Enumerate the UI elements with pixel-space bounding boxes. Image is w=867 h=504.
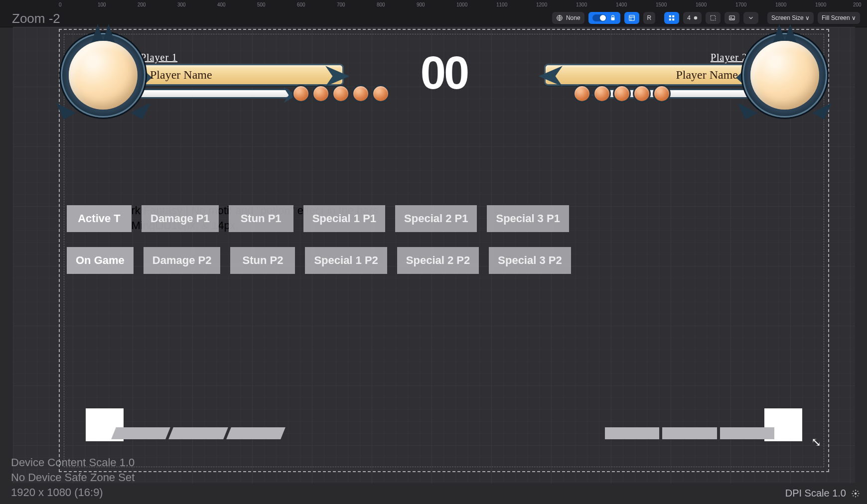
debug-row-1: Active T Damage P1 Stun P1 Special 1 P1 … [67, 205, 571, 232]
player1-health-bar: Player Name [132, 64, 344, 86]
ruler-horizontal: 0 100 200 300 400 500 600 700 800 900 10… [0, 1, 867, 10]
zoom-level-label: Zoom -2 [12, 11, 60, 26]
orb-icon [613, 85, 631, 103]
combo-segment [168, 427, 231, 439]
widget-root-frame: 00 Player 1 Player Name [59, 29, 829, 472]
player1-orbs [292, 85, 390, 103]
chevron-down-icon [747, 14, 754, 21]
svg-rect-2 [629, 15, 634, 21]
svg-rect-8 [672, 18, 674, 20]
combo-segment [605, 427, 659, 439]
combo-bar [605, 427, 774, 439]
debug-row-2: On Game Damage P2 Stun P2 Special 1 P2 S… [67, 247, 571, 274]
debug-on-game-button[interactable]: On Game [67, 247, 134, 274]
safe-zone-label: No Device Safe Zone Set [11, 470, 135, 485]
orb-icon [352, 85, 370, 103]
debug-special1-p2-button[interactable]: Special 1 P2 [305, 247, 387, 274]
hud-top: 00 Player 1 Player Name [60, 33, 828, 123]
debug-stun-p1-button[interactable]: Stun P1 [229, 205, 293, 232]
fill-screen-dropdown[interactable]: Fill Screen ∨ [818, 12, 860, 24]
svg-point-12 [730, 17, 731, 18]
debug-damage-p1-button[interactable]: Damage P1 [142, 205, 219, 232]
debug-special2-p1-button[interactable]: Special 2 P1 [395, 205, 477, 232]
player2-name: Player Name [546, 65, 755, 84]
grid-button[interactable] [664, 12, 679, 24]
debug-special3-p1-button[interactable]: Special 3 P1 [487, 205, 569, 232]
gear-icon[interactable] [851, 489, 860, 498]
lock-icon [609, 14, 616, 21]
player1-block: Player 1 Player Name [63, 37, 372, 122]
player1-tag: Player 1 [141, 52, 177, 63]
screen-size-dropdown[interactable]: Screen Size ∨ [767, 12, 814, 24]
svg-rect-5 [669, 15, 671, 17]
svg-point-9 [694, 16, 698, 20]
player2-block: Player 2 Player Name [516, 37, 825, 122]
combo-meter-p2 [593, 408, 802, 443]
player2-portrait-frame [742, 33, 827, 118]
debug-stun-p2-button[interactable]: Stun P2 [230, 247, 295, 274]
orb-icon [573, 85, 591, 103]
debug-special1-p1-button[interactable]: Special 1 P1 [303, 205, 385, 232]
overflow-button[interactable] [743, 12, 758, 24]
player1-special-bar [132, 89, 291, 99]
design-canvas[interactable]: 00 Player 1 Player Name [13, 27, 855, 483]
combo-segment [226, 427, 286, 439]
layout-button[interactable] [624, 12, 639, 24]
combo-segment [659, 427, 717, 439]
svg-point-13 [855, 492, 857, 495]
dashrect-icon [710, 14, 717, 21]
resize-handle-icon[interactable]: ⤡ [811, 435, 821, 449]
orb-icon [633, 85, 651, 103]
lock-toggle[interactable] [588, 12, 620, 24]
combo-segment [717, 427, 774, 439]
combo-segment [111, 427, 173, 439]
dpi-scale[interactable]: DPI Scale 1.0 [785, 488, 860, 499]
resolution-label: 1920 x 1080 (16:9) [11, 485, 135, 500]
player2-health-bar: Player Name [544, 64, 756, 86]
debug-active-timer-button[interactable]: Active T [67, 205, 132, 232]
orb-icon [653, 85, 671, 103]
outline-button[interactable] [706, 12, 721, 24]
localize-button[interactable]: None [552, 12, 584, 24]
orb-icon [593, 85, 611, 103]
debug-panel: Active T Damage P1 Stun P1 Special 1 P1 … [67, 205, 571, 289]
orb-icon [312, 85, 330, 103]
image-button[interactable] [724, 12, 739, 24]
localize-label: None [566, 14, 580, 21]
dot-icon [694, 16, 698, 20]
editor-toolbar: 0 100 200 300 400 500 600 700 800 900 10… [0, 0, 867, 27]
image-icon [728, 14, 735, 21]
respect-lock-button[interactable]: R [643, 12, 656, 24]
status-bar: Device Content Scale 1.0 No Device Safe … [11, 455, 135, 500]
player1-portrait [69, 41, 138, 110]
player2-portrait [750, 41, 819, 110]
dpi-scale-label: DPI Scale 1.0 [785, 488, 846, 499]
orb-icon [372, 85, 390, 103]
orb-icon [332, 85, 350, 103]
grid-icon [668, 14, 675, 21]
player2-orbs [573, 85, 671, 103]
svg-rect-1 [611, 17, 614, 20]
player1-portrait-frame [61, 33, 145, 118]
device-scale-label: Device Content Scale 1.0 [11, 455, 135, 470]
wing-br-icon [131, 103, 150, 120]
layout-icon [628, 14, 635, 21]
match-timer: 00 [421, 47, 467, 99]
debug-special3-p2-button[interactable]: Special 3 P2 [489, 247, 571, 274]
combo-bar [111, 427, 286, 439]
wing-br-icon [812, 103, 832, 120]
debug-damage-p2-button[interactable]: Damage P2 [144, 247, 221, 274]
globe-icon [556, 14, 563, 21]
svg-rect-7 [669, 18, 671, 20]
svg-rect-10 [711, 15, 715, 20]
orb-icon [292, 85, 310, 103]
grid-snap-value[interactable]: 4 [683, 12, 702, 24]
player1-name: Player Name [133, 65, 342, 84]
player2-tag: Player 2 [711, 52, 747, 63]
svg-rect-6 [672, 15, 674, 17]
debug-special2-p2-button[interactable]: Special 2 P2 [397, 247, 479, 274]
combo-meter-p1 [86, 408, 295, 443]
